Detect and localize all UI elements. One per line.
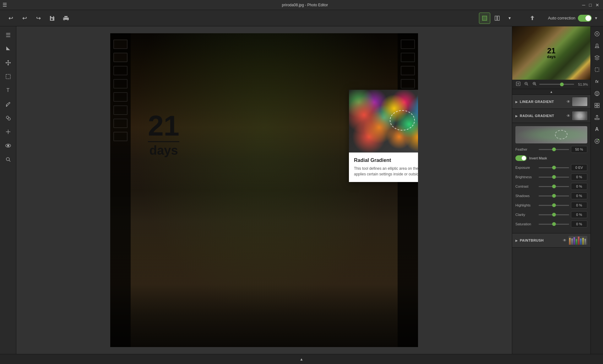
contrast-slider[interactable] <box>539 186 569 187</box>
balloons-title: Radial Gradient <box>354 158 418 163</box>
radial-gradient-section: ▶ RADIAL GRADIENT 👁 Feather 50 % <box>512 109 590 233</box>
paintbrush-header[interactable]: ▶ PAINTBRUSH 👁 <box>512 233 590 248</box>
minimize-button[interactable]: ─ <box>582 3 585 8</box>
right-tools-panel: fx A <box>590 26 603 354</box>
saturation-slider[interactable] <box>539 224 569 225</box>
redeye-tool[interactable] <box>2 139 14 152</box>
layers-panel-button[interactable] <box>592 53 602 63</box>
shadows-label: Shadows <box>515 194 537 198</box>
radial-gradient-header[interactable]: ▶ RADIAL GRADIENT 👁 <box>512 109 590 123</box>
single-view-button[interactable] <box>479 13 490 24</box>
zoom-tool[interactable] <box>2 153 14 166</box>
grid-panel-button[interactable] <box>592 100 602 110</box>
svg-rect-3 <box>497 16 499 20</box>
healing-tool[interactable] <box>2 126 14 138</box>
text-panel-button[interactable]: A <box>592 124 602 134</box>
svg-rect-21 <box>595 103 597 105</box>
fx2-panel-button[interactable] <box>592 136 602 146</box>
saturation-slider-row: Saturation 0 % <box>515 221 587 228</box>
contrast-slider-thumb <box>552 185 556 188</box>
crop-tool[interactable] <box>2 43 14 55</box>
zoom-slider[interactable] <box>539 84 574 85</box>
zoom-controls: 51.9% <box>512 80 590 89</box>
svg-point-19 <box>596 93 596 94</box>
canvas-area[interactable]: 21 days Radial Gradient This tool define… <box>16 26 512 354</box>
brightness-label: Brightness <box>515 175 537 179</box>
balloons-image <box>349 90 418 153</box>
auto-correction-chevron[interactable]: ▼ <box>594 16 598 20</box>
linear-gradient-eye-icon[interactable]: 👁 <box>567 99 570 104</box>
shadows-value[interactable]: 0 % <box>571 192 587 199</box>
move-tool[interactable] <box>2 56 14 69</box>
zoom-fit-button[interactable] <box>515 81 522 88</box>
brush-tool[interactable] <box>2 98 14 110</box>
highlights-slider[interactable] <box>539 205 569 206</box>
linear-gradient-header[interactable]: ▶ LINEAR GRADIENT 👁 <box>512 95 590 109</box>
undo2-button[interactable]: ↩ <box>19 13 30 24</box>
zoom-100-button[interactable] <box>531 81 538 88</box>
auto-correction-label: Auto correction <box>548 16 575 20</box>
zoom-out-button[interactable] <box>523 81 530 88</box>
brightness-slider-thumb <box>552 175 556 179</box>
exposure-slider-row: Exposure 0 EV <box>515 164 587 171</box>
zoom-value-label: 51.9% <box>575 83 588 86</box>
exposure-value[interactable]: 0 EV <box>571 164 587 171</box>
window-title: priroda08.jpg - Photo Editor <box>9 3 600 7</box>
undo-button[interactable]: ↩ <box>5 13 16 24</box>
svg-point-10 <box>6 158 9 161</box>
clarity-slider[interactable] <box>539 214 569 215</box>
select-panel-button[interactable] <box>592 65 602 75</box>
contrast-value[interactable]: 0 % <box>571 183 587 190</box>
auto-correction-toggle[interactable] <box>578 15 592 22</box>
clone-tool[interactable] <box>2 112 14 124</box>
menu-sidebar-button[interactable]: ☰ <box>2 29 14 41</box>
save-button[interactable] <box>46 13 58 24</box>
close-button[interactable]: ✕ <box>595 3 599 8</box>
exposure-slider-thumb <box>552 166 556 169</box>
svg-rect-25 <box>595 118 599 120</box>
shadows-slider[interactable] <box>539 195 569 196</box>
brightness-value[interactable]: 0 % <box>571 174 587 180</box>
fx-panel-button[interactable]: fx <box>592 77 602 87</box>
adjust-panel-button[interactable] <box>592 29 602 39</box>
export-panel-button[interactable] <box>592 112 602 122</box>
exposure-slider[interactable] <box>539 167 569 168</box>
left-sidebar: ☰ T <box>0 26 16 354</box>
highlights-value[interactable]: 0 % <box>571 202 587 209</box>
split-view-button[interactable] <box>492 13 503 24</box>
paintbrush-eye-icon[interactable]: 👁 <box>563 238 567 243</box>
radial-gradient-eye-icon[interactable]: 👁 <box>567 114 570 118</box>
brightness-slider[interactable] <box>539 177 569 178</box>
text-tool[interactable]: T <box>2 84 14 97</box>
face-panel-button[interactable] <box>592 88 602 99</box>
redo-button[interactable]: ↪ <box>33 13 44 24</box>
print-button[interactable] <box>60 13 72 24</box>
invert-mask-toggle[interactable] <box>515 155 527 161</box>
radial-preview <box>515 126 587 143</box>
panel-collapse-button[interactable]: ▲ <box>512 89 590 95</box>
share-button[interactable] <box>527 13 538 24</box>
feather-slider[interactable] <box>539 149 569 150</box>
clarity-slider-row: Clarity 0 % <box>515 211 587 218</box>
app-menu-icon[interactable]: ☰ <box>3 2 7 8</box>
select-tool[interactable] <box>2 70 14 83</box>
svg-point-5 <box>6 105 7 107</box>
feather-slider-thumb <box>552 147 556 151</box>
maximize-button[interactable]: □ <box>589 3 592 8</box>
clarity-value[interactable]: 0 % <box>571 211 587 218</box>
svg-rect-22 <box>597 103 599 105</box>
feather-value[interactable]: 50 % <box>571 146 587 153</box>
bottom-collapse-button[interactable]: ▲ <box>300 357 303 361</box>
highlights-label: Highlights <box>515 203 537 207</box>
paintbrush-label: PAINTBRUSH <box>520 238 561 242</box>
clarity-label: Clarity <box>515 213 537 217</box>
contrast-label: Contrast <box>515 185 537 188</box>
flask-panel-button[interactable] <box>592 41 602 51</box>
view-options-button[interactable]: ▼ <box>504 13 515 24</box>
svg-rect-1 <box>483 16 486 20</box>
svg-line-11 <box>9 160 10 162</box>
linear-gradient-thumbnail <box>572 97 587 106</box>
bottom-bar: ▲ <box>0 354 603 364</box>
saturation-value[interactable]: 0 % <box>571 221 587 228</box>
feather-slider-row: Feather 50 % <box>515 146 587 153</box>
